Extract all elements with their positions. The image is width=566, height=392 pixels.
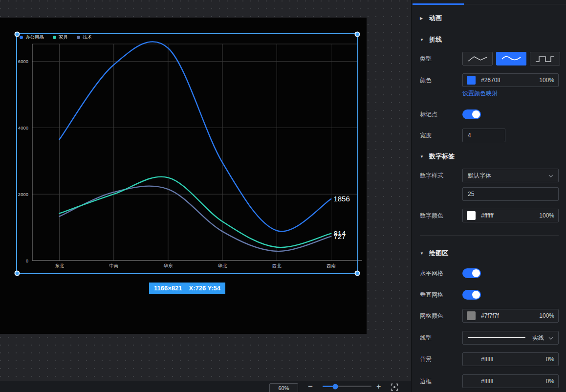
svg-text:西北: 西北 (272, 263, 282, 268)
resize-handle-bottom-right[interactable] (355, 271, 360, 276)
properties-panel: ▶ 动画 ▼ 折线 类型 (411, 0, 566, 392)
legend-item[interactable]: 家具 (53, 34, 68, 41)
plot-background-opacity[interactable]: 0% (546, 356, 554, 363)
resize-handle-bottom-left[interactable] (15, 271, 20, 276)
grid-line-type-value: 实线 (532, 334, 544, 342)
marker-toggle[interactable] (462, 109, 481, 119)
plot-background-value: #ffffff (481, 356, 494, 363)
number-font-size-input[interactable] (462, 187, 559, 201)
grid-line-type-label: 线型 (420, 334, 462, 342)
line-color-label: 颜色 (420, 76, 462, 85)
legend-label: 办公用品 (25, 34, 44, 41)
number-style-row: 数字样式 默认字体 (420, 169, 559, 182)
chart-legend: 办公用品家具技术 (20, 34, 92, 41)
section-number-label-title: 数字标签 (429, 152, 455, 161)
marker-label: 标记点 (420, 110, 462, 119)
number-color-swatch[interactable] (467, 211, 476, 220)
grid-color-row: 网格颜色 #7f7f7f 100% (420, 309, 559, 323)
grid-color-opacity[interactable]: 100% (539, 312, 554, 319)
color-mapping-link[interactable]: 设置颜色映射 (462, 89, 498, 98)
zoom-out-button[interactable]: − (308, 381, 313, 392)
line-color-input[interactable]: #2670ff 100% (462, 73, 559, 87)
number-color-opacity[interactable]: 100% (539, 212, 554, 219)
legend-label: 技术 (83, 34, 92, 41)
size-position-badge: 1166×821 X:726 Y:54 (149, 283, 225, 294)
plot-background-label: 背景 (420, 355, 462, 364)
svg-text:华东: 华东 (163, 263, 173, 268)
zoom-level-input[interactable] (269, 383, 298, 392)
number-color-value: #ffffff (481, 212, 494, 219)
plot-border-value: #ffffff (481, 378, 494, 385)
sharp-line-icon (467, 54, 488, 64)
font-family-value: 默认字体 (468, 172, 491, 180)
svg-text:2000: 2000 (18, 192, 28, 197)
line-color-opacity[interactable]: 100% (539, 77, 554, 84)
active-tab-indicator[interactable] (413, 3, 464, 5)
grid-color-label: 网格颜色 (420, 312, 462, 320)
plot-border-input[interactable]: #ffffff 0% (462, 374, 559, 388)
chevron-down-icon (548, 172, 553, 179)
section-number-label[interactable]: ▼ 数字标签 (420, 152, 455, 161)
section-animation-title: 动画 (429, 14, 442, 22)
line-type-label: 类型 (420, 55, 462, 63)
zoom-slider[interactable] (323, 386, 371, 387)
svg-text:0: 0 (26, 258, 28, 263)
legend-item[interactable]: 技术 (77, 34, 92, 41)
marker-row: 标记点 (420, 108, 559, 121)
v-grid-toggle[interactable] (462, 290, 481, 300)
section-line-title: 折线 (429, 35, 442, 44)
line-type-step-button[interactable] (530, 52, 560, 65)
plot-border-opacity[interactable]: 0% (546, 378, 554, 385)
number-size-row (420, 187, 559, 201)
grid-color-swatch[interactable] (467, 311, 476, 320)
resize-handle-top-left[interactable] (15, 32, 20, 37)
svg-text:1856: 1856 (333, 195, 349, 203)
line-width-row: 宽度 (420, 129, 559, 142)
badge-position: X:726 Y:54 (189, 284, 220, 292)
svg-text:西南: 西南 (327, 263, 336, 268)
section-animation[interactable]: ▶ 动画 (420, 14, 442, 22)
h-grid-toggle[interactable] (462, 268, 481, 278)
font-family-select[interactable]: 默认字体 (462, 169, 559, 182)
zoom-slider-knob[interactable] (333, 384, 338, 389)
bottom-toolbar: − + (0, 381, 411, 392)
step-line-icon (534, 54, 556, 64)
section-plot-area[interactable]: ▼ 绘图区 (420, 249, 448, 258)
fit-to-screen-icon[interactable] (391, 383, 398, 391)
line-type-smooth-button[interactable] (496, 52, 526, 65)
collapse-down-icon: ▼ (420, 154, 424, 159)
badge-dimensions: 1166×821 (154, 284, 182, 292)
grid-color-input[interactable]: #7f7f7f 100% (462, 309, 559, 323)
collapse-down-icon: ▼ (420, 38, 424, 42)
line-width-input[interactable] (462, 129, 505, 142)
h-grid-row: 水平网格 (420, 266, 559, 280)
grid-line-type-select[interactable]: 实线 (462, 331, 559, 345)
smooth-line-icon (501, 54, 522, 64)
collapse-right-icon: ▶ (420, 16, 424, 21)
line-color-row: 颜色 #2670ff 100% (420, 73, 559, 87)
line-color-swatch[interactable] (467, 76, 476, 85)
legend-label: 家具 (59, 34, 68, 41)
zoom-in-button[interactable]: + (376, 381, 381, 392)
svg-text:东北: 东北 (55, 263, 65, 268)
section-divider (420, 235, 559, 236)
plot-background-row: 背景 #ffffff 0% (420, 352, 559, 366)
resize-handle-top-right[interactable] (355, 32, 360, 37)
line-type-row: 类型 (420, 52, 559, 65)
plot-background-input[interactable]: #ffffff 0% (462, 352, 559, 366)
legend-item[interactable]: 办公用品 (20, 34, 44, 41)
svg-text:727: 727 (333, 232, 346, 240)
svg-text:6000: 6000 (18, 59, 28, 64)
number-color-row: 数字颜色 #ffffff 100% (420, 209, 559, 222)
section-plot-area-title: 绘图区 (429, 249, 448, 258)
svg-text:中南: 中南 (109, 263, 118, 268)
line-color-value: #2670ff (481, 77, 501, 84)
legend-dot-icon (53, 36, 56, 39)
plot-border-row: 边框 #ffffff 0% (420, 374, 559, 388)
number-color-input[interactable]: #ffffff 100% (462, 209, 559, 222)
line-type-sharp-button[interactable] (462, 52, 493, 65)
svg-text:4000: 4000 (18, 125, 28, 131)
legend-dot-icon (77, 36, 80, 39)
section-line[interactable]: ▼ 折线 (420, 35, 442, 44)
chevron-down-icon (548, 334, 553, 341)
